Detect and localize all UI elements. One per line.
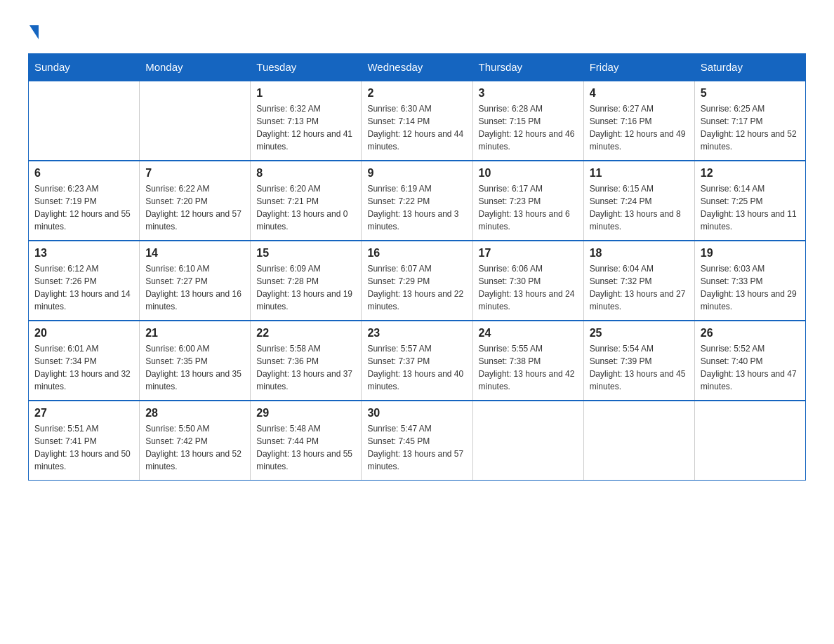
weekday-header-tuesday: Tuesday	[251, 54, 362, 81]
calendar-cell: 9Sunrise: 6:19 AMSunset: 7:22 PMDaylight…	[362, 161, 472, 241]
day-number: 7	[145, 167, 244, 180]
page-header	[28, 21, 806, 39]
day-number: 10	[479, 167, 578, 180]
calendar-cell: 22Sunrise: 5:58 AMSunset: 7:36 PMDayligh…	[251, 321, 362, 401]
calendar-cell: 27Sunrise: 5:51 AMSunset: 7:41 PMDayligh…	[29, 401, 140, 481]
day-info: Sunrise: 6:25 AMSunset: 7:17 PMDaylight:…	[701, 102, 800, 153]
calendar-cell: 15Sunrise: 6:09 AMSunset: 7:28 PMDayligh…	[251, 241, 362, 321]
day-number: 13	[34, 247, 133, 260]
day-number: 1	[256, 87, 355, 100]
calendar-cell: 13Sunrise: 6:12 AMSunset: 7:26 PMDayligh…	[29, 241, 140, 321]
day-number: 9	[367, 167, 466, 180]
calendar-cell: 30Sunrise: 5:47 AMSunset: 7:45 PMDayligh…	[362, 401, 472, 481]
day-info: Sunrise: 6:10 AMSunset: 7:27 PMDaylight:…	[145, 262, 244, 313]
day-number: 28	[145, 407, 244, 420]
day-number: 17	[479, 247, 578, 260]
day-info: Sunrise: 6:04 AMSunset: 7:32 PMDaylight:…	[590, 262, 689, 313]
day-info: Sunrise: 5:57 AMSunset: 7:37 PMDaylight:…	[367, 342, 466, 393]
day-info: Sunrise: 6:28 AMSunset: 7:15 PMDaylight:…	[479, 102, 578, 153]
calendar-cell: 1Sunrise: 6:32 AMSunset: 7:13 PMDaylight…	[251, 81, 362, 161]
calendar-cell: 4Sunrise: 6:27 AMSunset: 7:16 PMDaylight…	[583, 81, 694, 161]
weekday-header-saturday: Saturday	[694, 54, 805, 81]
calendar-cell	[583, 401, 694, 481]
day-info: Sunrise: 6:23 AMSunset: 7:19 PMDaylight:…	[34, 182, 133, 233]
calendar-cell: 8Sunrise: 6:20 AMSunset: 7:21 PMDaylight…	[251, 161, 362, 241]
calendar-week-row: 20Sunrise: 6:01 AMSunset: 7:34 PMDayligh…	[29, 321, 806, 401]
calendar-cell: 6Sunrise: 6:23 AMSunset: 7:19 PMDaylight…	[29, 161, 140, 241]
calendar-week-row: 6Sunrise: 6:23 AMSunset: 7:19 PMDaylight…	[29, 161, 806, 241]
day-info: Sunrise: 5:47 AMSunset: 7:45 PMDaylight:…	[367, 422, 466, 473]
day-number: 2	[367, 87, 466, 100]
day-number: 8	[256, 167, 355, 180]
day-number: 16	[367, 247, 466, 260]
weekday-header-monday: Monday	[140, 54, 251, 81]
calendar-cell	[694, 401, 805, 481]
day-info: Sunrise: 6:09 AMSunset: 7:28 PMDaylight:…	[256, 262, 355, 313]
calendar-cell: 5Sunrise: 6:25 AMSunset: 7:17 PMDaylight…	[694, 81, 805, 161]
calendar-cell: 3Sunrise: 6:28 AMSunset: 7:15 PMDaylight…	[472, 81, 583, 161]
weekday-header-friday: Friday	[583, 54, 694, 81]
calendar-cell: 28Sunrise: 5:50 AMSunset: 7:42 PMDayligh…	[140, 401, 251, 481]
day-number: 15	[256, 247, 355, 260]
day-info: Sunrise: 6:30 AMSunset: 7:14 PMDaylight:…	[367, 102, 466, 153]
day-info: Sunrise: 5:50 AMSunset: 7:42 PMDaylight:…	[145, 422, 244, 473]
calendar-cell: 26Sunrise: 5:52 AMSunset: 7:40 PMDayligh…	[694, 321, 805, 401]
calendar-cell: 25Sunrise: 5:54 AMSunset: 7:39 PMDayligh…	[583, 321, 694, 401]
day-number: 25	[590, 327, 689, 340]
day-info: Sunrise: 5:52 AMSunset: 7:40 PMDaylight:…	[701, 342, 800, 393]
day-info: Sunrise: 5:54 AMSunset: 7:39 PMDaylight:…	[590, 342, 689, 393]
calendar-week-row: 1Sunrise: 6:32 AMSunset: 7:13 PMDaylight…	[29, 81, 806, 161]
calendar-cell: 21Sunrise: 6:00 AMSunset: 7:35 PMDayligh…	[140, 321, 251, 401]
calendar-cell	[140, 81, 251, 161]
day-info: Sunrise: 6:12 AMSunset: 7:26 PMDaylight:…	[34, 262, 133, 313]
day-number: 21	[145, 327, 244, 340]
weekday-header-thursday: Thursday	[472, 54, 583, 81]
day-info: Sunrise: 6:32 AMSunset: 7:13 PMDaylight:…	[256, 102, 355, 153]
day-number: 5	[701, 87, 800, 100]
calendar-cell	[472, 401, 583, 481]
calendar-week-row: 13Sunrise: 6:12 AMSunset: 7:26 PMDayligh…	[29, 241, 806, 321]
calendar-cell: 17Sunrise: 6:06 AMSunset: 7:30 PMDayligh…	[472, 241, 583, 321]
day-number: 18	[590, 247, 689, 260]
day-info: Sunrise: 6:22 AMSunset: 7:20 PMDaylight:…	[145, 182, 244, 233]
day-number: 19	[701, 247, 800, 260]
day-number: 22	[256, 327, 355, 340]
calendar-cell: 29Sunrise: 5:48 AMSunset: 7:44 PMDayligh…	[251, 401, 362, 481]
calendar-cell	[29, 81, 140, 161]
calendar-cell: 24Sunrise: 5:55 AMSunset: 7:38 PMDayligh…	[472, 321, 583, 401]
day-number: 12	[701, 167, 800, 180]
day-info: Sunrise: 5:51 AMSunset: 7:41 PMDaylight:…	[34, 422, 133, 473]
calendar-cell: 2Sunrise: 6:30 AMSunset: 7:14 PMDaylight…	[362, 81, 472, 161]
day-number: 24	[479, 327, 578, 340]
day-info: Sunrise: 5:55 AMSunset: 7:38 PMDaylight:…	[479, 342, 578, 393]
day-info: Sunrise: 6:19 AMSunset: 7:22 PMDaylight:…	[367, 182, 466, 233]
day-info: Sunrise: 6:15 AMSunset: 7:24 PMDaylight:…	[590, 182, 689, 233]
day-info: Sunrise: 6:14 AMSunset: 7:25 PMDaylight:…	[701, 182, 800, 233]
day-number: 27	[34, 407, 133, 420]
day-number: 14	[145, 247, 244, 260]
calendar-cell: 18Sunrise: 6:04 AMSunset: 7:32 PMDayligh…	[583, 241, 694, 321]
day-info: Sunrise: 6:17 AMSunset: 7:23 PMDaylight:…	[479, 182, 578, 233]
weekday-header-sunday: Sunday	[29, 54, 140, 81]
calendar-cell: 10Sunrise: 6:17 AMSunset: 7:23 PMDayligh…	[472, 161, 583, 241]
calendar-cell: 12Sunrise: 6:14 AMSunset: 7:25 PMDayligh…	[694, 161, 805, 241]
day-number: 30	[367, 407, 466, 420]
day-info: Sunrise: 6:06 AMSunset: 7:30 PMDaylight:…	[479, 262, 578, 313]
day-number: 29	[256, 407, 355, 420]
day-info: Sunrise: 6:27 AMSunset: 7:16 PMDaylight:…	[590, 102, 689, 153]
day-number: 20	[34, 327, 133, 340]
day-info: Sunrise: 6:03 AMSunset: 7:33 PMDaylight:…	[701, 262, 800, 313]
calendar-cell: 16Sunrise: 6:07 AMSunset: 7:29 PMDayligh…	[362, 241, 472, 321]
day-info: Sunrise: 5:48 AMSunset: 7:44 PMDaylight:…	[256, 422, 355, 473]
calendar-table: SundayMondayTuesdayWednesdayThursdayFrid…	[28, 53, 806, 481]
calendar-header-row: SundayMondayTuesdayWednesdayThursdayFrid…	[29, 54, 806, 81]
day-info: Sunrise: 6:07 AMSunset: 7:29 PMDaylight:…	[367, 262, 466, 313]
day-info: Sunrise: 5:58 AMSunset: 7:36 PMDaylight:…	[256, 342, 355, 393]
calendar-cell: 23Sunrise: 5:57 AMSunset: 7:37 PMDayligh…	[362, 321, 472, 401]
logo	[28, 21, 39, 39]
day-number: 3	[479, 87, 578, 100]
day-number: 6	[34, 167, 133, 180]
logo-triangle-icon	[29, 25, 39, 39]
day-number: 23	[367, 327, 466, 340]
day-number: 4	[590, 87, 689, 100]
